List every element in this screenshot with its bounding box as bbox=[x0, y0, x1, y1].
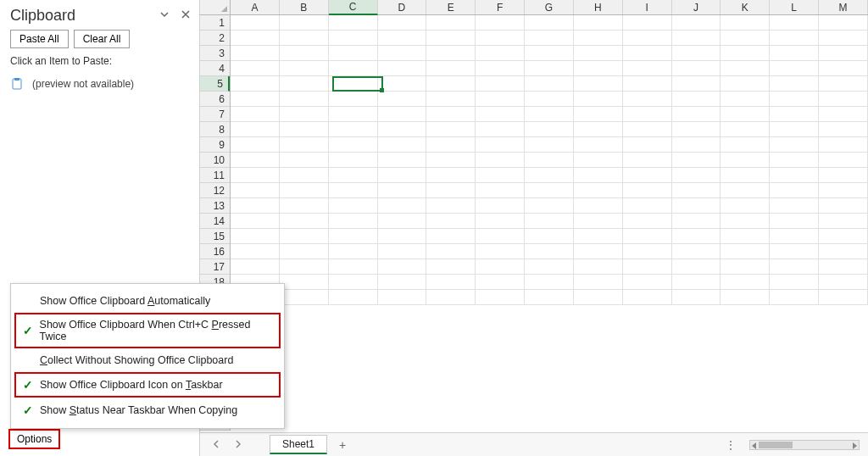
cell[interactable] bbox=[280, 92, 329, 107]
cell[interactable] bbox=[574, 259, 623, 275]
cell[interactable] bbox=[623, 275, 672, 290]
cell[interactable] bbox=[329, 122, 378, 137]
cell[interactable] bbox=[231, 92, 280, 107]
next-sheet-button[interactable] bbox=[231, 439, 246, 451]
row-header-8[interactable]: 8 bbox=[200, 122, 230, 137]
cell[interactable] bbox=[574, 137, 623, 153]
row-header-1[interactable]: 1 bbox=[200, 15, 230, 31]
row-header-14[interactable]: 14 bbox=[200, 214, 230, 229]
paste-all-button[interactable]: Paste All bbox=[10, 30, 69, 48]
cell[interactable] bbox=[721, 214, 770, 229]
cell[interactable] bbox=[476, 107, 525, 122]
cell[interactable] bbox=[329, 31, 378, 46]
cell[interactable] bbox=[672, 214, 721, 229]
cell[interactable] bbox=[378, 15, 427, 31]
cell[interactable] bbox=[819, 259, 868, 275]
cell[interactable] bbox=[770, 107, 819, 122]
cell[interactable] bbox=[378, 122, 427, 137]
cell[interactable] bbox=[329, 214, 378, 229]
cell[interactable] bbox=[231, 122, 280, 137]
cell[interactable] bbox=[426, 92, 476, 107]
cell[interactable] bbox=[770, 15, 819, 31]
cell[interactable] bbox=[426, 183, 476, 198]
cell[interactable] bbox=[426, 275, 476, 290]
cell[interactable] bbox=[231, 229, 280, 244]
cell[interactable] bbox=[280, 137, 329, 153]
cell[interactable] bbox=[280, 183, 329, 198]
cell[interactable] bbox=[721, 15, 770, 31]
cell[interactable] bbox=[721, 244, 770, 259]
cell[interactable] bbox=[672, 31, 721, 46]
cell[interactable] bbox=[476, 46, 525, 61]
cell[interactable] bbox=[574, 15, 623, 31]
cell[interactable] bbox=[280, 61, 329, 76]
cell[interactable] bbox=[231, 198, 280, 214]
cell[interactable] bbox=[476, 290, 525, 305]
cell[interactable] bbox=[623, 61, 672, 76]
cell[interactable] bbox=[525, 198, 574, 214]
col-header-g[interactable]: G bbox=[525, 0, 574, 14]
tab-bar-menu-icon[interactable]: ⋮ bbox=[726, 439, 737, 451]
cell[interactable] bbox=[525, 290, 574, 305]
cell[interactable] bbox=[280, 259, 329, 275]
spreadsheet-grid[interactable]: ABCDEFGHIJKLM 12345678910111213141516171… bbox=[200, 0, 868, 456]
col-header-i[interactable]: I bbox=[623, 0, 672, 14]
options-menu-item[interactable]: ✓Show Office Clipboard Icon on Taskbar bbox=[14, 372, 281, 398]
cell[interactable] bbox=[574, 290, 623, 305]
cell[interactable] bbox=[574, 275, 623, 290]
cell[interactable] bbox=[231, 244, 280, 259]
col-header-k[interactable]: K bbox=[721, 0, 770, 14]
cell[interactable] bbox=[623, 168, 672, 183]
cell[interactable] bbox=[770, 153, 819, 168]
cell[interactable] bbox=[574, 168, 623, 183]
cell[interactable] bbox=[378, 275, 427, 290]
cell[interactable] bbox=[476, 122, 525, 137]
cell[interactable] bbox=[329, 15, 378, 31]
cell[interactable] bbox=[329, 259, 378, 275]
cell[interactable] bbox=[721, 92, 770, 107]
cell[interactable] bbox=[231, 214, 280, 229]
cell[interactable] bbox=[721, 76, 770, 92]
cell[interactable] bbox=[426, 244, 476, 259]
cell[interactable] bbox=[426, 31, 476, 46]
cell[interactable] bbox=[623, 92, 672, 107]
close-icon[interactable] bbox=[181, 9, 191, 22]
cell[interactable] bbox=[426, 122, 476, 137]
col-header-d[interactable]: D bbox=[378, 0, 427, 14]
cell[interactable] bbox=[574, 244, 623, 259]
cell[interactable] bbox=[378, 259, 427, 275]
cell[interactable] bbox=[378, 46, 427, 61]
cell[interactable] bbox=[721, 259, 770, 275]
cell[interactable] bbox=[574, 214, 623, 229]
cell[interactable] bbox=[770, 46, 819, 61]
cell[interactable] bbox=[476, 137, 525, 153]
cell[interactable] bbox=[280, 214, 329, 229]
cell[interactable] bbox=[231, 31, 280, 46]
cell[interactable] bbox=[231, 76, 280, 92]
cell[interactable] bbox=[623, 137, 672, 153]
cell[interactable] bbox=[623, 259, 672, 275]
cell[interactable] bbox=[280, 275, 329, 290]
cell[interactable] bbox=[525, 46, 574, 61]
clipboard-item[interactable]: (preview not available) bbox=[0, 72, 199, 96]
cell[interactable] bbox=[770, 214, 819, 229]
cell[interactable] bbox=[574, 153, 623, 168]
cell[interactable] bbox=[770, 31, 819, 46]
cell[interactable] bbox=[770, 168, 819, 183]
cell[interactable] bbox=[525, 244, 574, 259]
cell[interactable] bbox=[721, 168, 770, 183]
cell[interactable] bbox=[819, 137, 868, 153]
cell[interactable] bbox=[476, 76, 525, 92]
cell[interactable] bbox=[476, 229, 525, 244]
row-header-2[interactable]: 2 bbox=[200, 31, 230, 46]
cell[interactable] bbox=[623, 183, 672, 198]
cell[interactable] bbox=[476, 61, 525, 76]
cell[interactable] bbox=[329, 137, 378, 153]
cell[interactable] bbox=[280, 290, 329, 305]
cell[interactable] bbox=[426, 290, 476, 305]
cell[interactable] bbox=[623, 46, 672, 61]
cell[interactable] bbox=[721, 275, 770, 290]
cell[interactable] bbox=[770, 259, 819, 275]
cell[interactable] bbox=[378, 61, 427, 76]
cell[interactable] bbox=[819, 76, 868, 92]
